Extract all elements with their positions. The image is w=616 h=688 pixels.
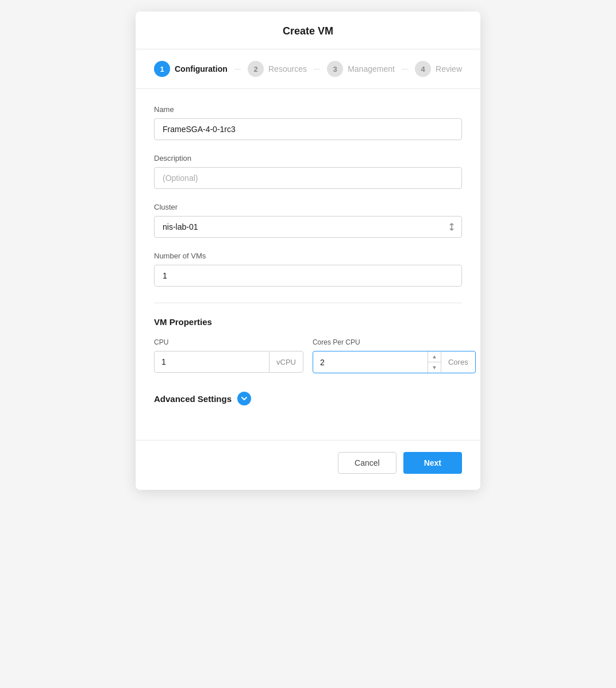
modal-footer: Cancel Next [136, 440, 480, 490]
advanced-settings-title: Advanced Settings [154, 394, 232, 404]
description-group: Description [154, 154, 462, 189]
vm-properties-grid: CPU vCPU Cores Per CPU ▲ ▼ [154, 338, 462, 373]
num-vms-label: Number of VMs [154, 252, 462, 260]
cores-unit: Cores [441, 352, 475, 372]
next-button[interactable]: Next [403, 452, 462, 474]
step-divider-1 [234, 69, 241, 69]
step-2-label: Resources [268, 64, 307, 74]
name-input[interactable] [154, 118, 462, 140]
chevron-down-icon [241, 395, 248, 402]
description-label: Description [154, 154, 462, 163]
cluster-group: Cluster nis-lab-01 [154, 203, 462, 238]
description-input[interactable] [154, 167, 462, 189]
step-3-management[interactable]: 3 Management [327, 61, 395, 77]
cores-per-cpu-label: Cores Per CPU [313, 338, 476, 346]
step-divider-2 [314, 69, 320, 69]
cores-spinners: ▲ ▼ [428, 351, 441, 373]
modal-body: Name Description Cluster nis-lab-01 Numb… [136, 89, 480, 422]
step-4-label: Review [436, 64, 462, 74]
num-vms-input[interactable] [154, 265, 462, 287]
step-3-label: Management [348, 64, 395, 74]
section-divider [154, 303, 462, 303]
advanced-settings-toggle[interactable] [237, 392, 251, 405]
vm-properties-section: VM Properties CPU vCPU Cores Per CPU [154, 317, 462, 373]
create-vm-modal: Create VM 1 Configuration 2 Resources 3 … [136, 11, 480, 490]
cluster-select[interactable]: nis-lab-01 [154, 216, 462, 238]
cluster-label: Cluster [154, 203, 462, 211]
step-divider-3 [402, 69, 408, 69]
step-1-configuration[interactable]: 1 Configuration [154, 61, 228, 77]
cpu-label: CPU [154, 338, 303, 346]
cores-increment-button[interactable]: ▲ [428, 351, 441, 362]
modal-header: Create VM [136, 11, 480, 49]
step-1-label: Configuration [175, 64, 228, 74]
name-group: Name [154, 105, 462, 140]
modal-title: Create VM [154, 25, 462, 37]
step-4-number: 4 [415, 61, 431, 77]
cpu-input[interactable] [155, 351, 269, 372]
step-1-number: 1 [154, 61, 170, 77]
cores-decrement-button[interactable]: ▼ [428, 362, 441, 373]
step-2-number: 2 [248, 61, 264, 77]
cpu-input-wrapper: vCPU [154, 351, 303, 373]
cores-per-cpu-input[interactable] [313, 352, 428, 373]
vm-properties-title: VM Properties [154, 317, 462, 327]
num-vms-group: Number of VMs [154, 252, 462, 287]
step-4-review[interactable]: 4 Review [415, 61, 462, 77]
cancel-button[interactable]: Cancel [338, 452, 396, 474]
cores-per-cpu-group: Cores Per CPU ▲ ▼ Cores [313, 338, 476, 373]
cpu-unit: vCPU [269, 352, 303, 372]
step-3-number: 3 [327, 61, 343, 77]
step-2-resources[interactable]: 2 Resources [248, 61, 307, 77]
stepper: 1 Configuration 2 Resources 3 Management… [136, 49, 480, 89]
cores-input-wrapper: ▲ ▼ Cores [313, 351, 476, 373]
cpu-group: CPU vCPU [154, 338, 303, 373]
advanced-settings-section: Advanced Settings [154, 392, 462, 405]
name-label: Name [154, 105, 462, 114]
